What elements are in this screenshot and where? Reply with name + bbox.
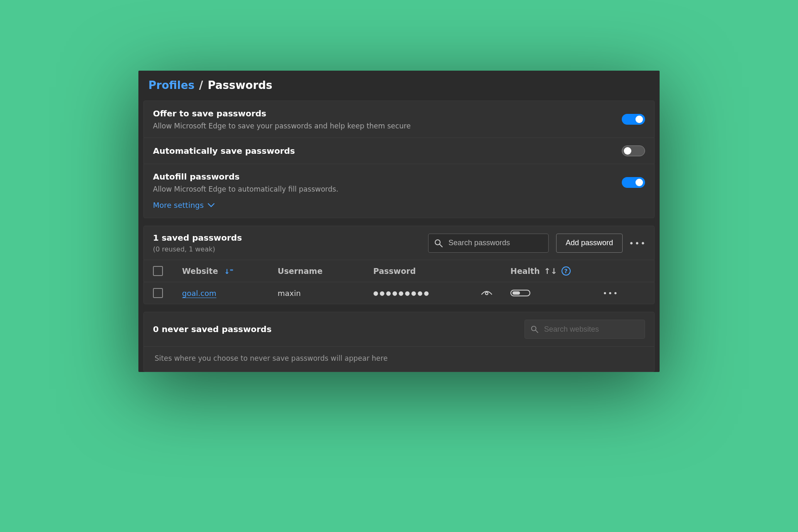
search-icon	[531, 325, 538, 333]
svg-point-3	[532, 326, 536, 331]
sort-both-icon: ↑↓	[544, 266, 557, 276]
page-title: Passwords	[208, 79, 273, 91]
autofill-row: Autofill passwords Allow Microsoft Edge …	[144, 164, 654, 201]
username-cell: maxin	[278, 289, 373, 298]
help-icon[interactable]: ?	[562, 266, 571, 276]
password-row: goal.com maxin ●●●●●●●●● •••	[144, 282, 654, 304]
auto-save-title: Automatically save passwords	[153, 146, 622, 156]
search-passwords-input[interactable]	[448, 239, 545, 247]
search-icon	[434, 239, 443, 247]
col-health[interactable]: Health ↑↓ ?	[510, 266, 594, 276]
autofill-desc: Allow Microsoft Edge to automatically fi…	[153, 185, 622, 193]
more-settings-link[interactable]: More settings	[144, 201, 224, 218]
autofill-title: Autofill passwords	[153, 172, 622, 182]
select-all-checkbox[interactable]	[153, 266, 163, 276]
row-checkbox[interactable]	[153, 288, 163, 298]
health-meter-icon	[510, 290, 530, 296]
svg-line-1	[440, 244, 442, 247]
row-more-menu-button[interactable]: •••	[594, 289, 618, 298]
search-passwords-field[interactable]	[428, 234, 549, 253]
password-mask: ●●●●●●●●●	[373, 290, 481, 296]
passwords-settings-panel: Profiles / Passwords Offer to save passw…	[138, 71, 660, 372]
saved-count-sub: (0 reused, 1 weak)	[153, 245, 421, 253]
auto-save-row: Automatically save passwords	[144, 138, 654, 164]
password-options-card: Offer to save passwords Allow Microsoft …	[143, 101, 655, 218]
col-password[interactable]: Password	[373, 266, 481, 276]
svg-line-4	[536, 330, 538, 332]
col-website[interactable]: Website ↓=	[182, 266, 278, 276]
autofill-toggle[interactable]	[622, 177, 645, 188]
saved-more-menu-button[interactable]: •••	[630, 236, 645, 251]
saved-count-title: 1 saved passwords	[153, 233, 421, 243]
more-settings-label: More settings	[153, 201, 204, 209]
add-password-button[interactable]: Add password	[556, 234, 623, 253]
offer-save-desc: Allow Microsoft Edge to save your passwo…	[153, 122, 622, 130]
chevron-down-icon	[208, 203, 214, 207]
reveal-password-button[interactable]	[481, 289, 510, 297]
breadcrumb-root-link[interactable]: Profiles	[148, 79, 195, 91]
search-websites-field[interactable]	[525, 320, 645, 339]
offer-save-title: Offer to save passwords	[153, 108, 622, 118]
svg-point-2	[485, 292, 488, 295]
search-websites-input[interactable]	[544, 325, 640, 334]
breadcrumb: Profiles / Passwords	[138, 71, 660, 101]
sort-asc-icon: ↓=	[224, 268, 234, 276]
auto-save-toggle[interactable]	[622, 145, 645, 156]
offer-save-row: Offer to save passwords Allow Microsoft …	[144, 101, 654, 138]
never-saved-title: 0 never saved passwords	[153, 324, 271, 334]
website-link[interactable]: goal.com	[182, 289, 217, 298]
svg-point-0	[435, 240, 440, 245]
passwords-table-header: Website ↓= Username Password Health ↑↓ ?	[144, 260, 654, 282]
never-saved-card: 0 never saved passwords Sites where you …	[143, 312, 655, 372]
offer-save-toggle[interactable]	[622, 114, 645, 125]
breadcrumb-separator: /	[198, 79, 204, 91]
saved-passwords-card: 1 saved passwords (0 reused, 1 weak) Add…	[143, 226, 655, 304]
never-saved-desc: Sites where you choose to never save pas…	[144, 346, 654, 372]
col-username[interactable]: Username	[278, 266, 373, 276]
